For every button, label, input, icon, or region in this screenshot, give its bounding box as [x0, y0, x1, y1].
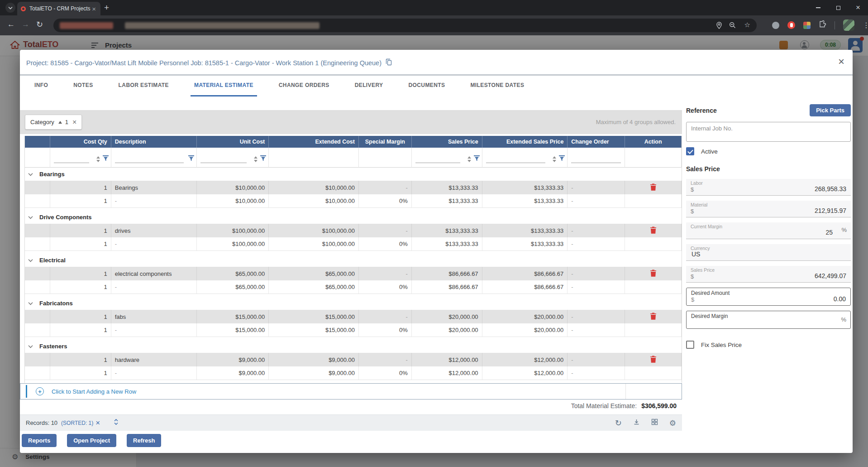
- tab-material-estimate[interactable]: MATERIAL ESTIMATE: [191, 75, 257, 96]
- location-pin-icon[interactable]: [716, 22, 722, 31]
- column-header-extended-cost[interactable]: Extended Cost: [269, 136, 359, 148]
- close-icon[interactable]: ×: [838, 56, 844, 67]
- filter-funnel-icon[interactable]: [103, 155, 109, 163]
- grid-settings-gear-icon[interactable]: ⚙: [669, 419, 676, 427]
- filter-funnel-icon[interactable]: [188, 155, 194, 163]
- filter-funnel-icon[interactable]: [559, 155, 565, 163]
- filter-funnel-icon[interactable]: [260, 155, 266, 163]
- chevron-down-icon[interactable]: [28, 213, 33, 221]
- cell-description[interactable]: -: [111, 366, 197, 380]
- cell-change_order[interactable]: -: [568, 366, 625, 380]
- internal-job-no-input[interactable]: Internal Job No.: [686, 122, 851, 142]
- cell-description[interactable]: -: [111, 194, 197, 207]
- cell-extended_cost[interactable]: $65,000.00: [269, 267, 359, 280]
- cell-qty[interactable]: 1: [50, 194, 111, 207]
- cell-extended_sales_price[interactable]: $133,333.33: [482, 224, 568, 237]
- cell-unit_cost[interactable]: $15,000.00: [197, 310, 269, 323]
- cell-unit_cost[interactable]: $65,000.00: [197, 280, 269, 294]
- cell-special_margin[interactable]: 0%: [359, 194, 412, 207]
- cell-action[interactable]: [625, 310, 682, 323]
- zoom-icon[interactable]: [729, 22, 736, 30]
- tab-milestone-dates[interactable]: MILESTONE DATES: [467, 75, 528, 96]
- address-bar[interactable]: ☆: [53, 19, 757, 32]
- column-header-extended-sales-price[interactable]: Extended Sales Price: [482, 136, 568, 148]
- window-minimize-icon[interactable]: [808, 0, 828, 15]
- cell-action[interactable]: [625, 353, 682, 366]
- cell-change_order[interactable]: -: [568, 224, 625, 237]
- cell-unit_cost[interactable]: $10,000.00: [197, 181, 269, 194]
- adblock-hand-icon[interactable]: [787, 21, 795, 29]
- cell-extended_cost[interactable]: $10,000.00: [269, 194, 359, 207]
- chevron-down-icon[interactable]: [28, 342, 33, 351]
- tab-change-orders[interactable]: CHANGE ORDERS: [275, 75, 333, 96]
- cell-special_margin[interactable]: 0%: [359, 323, 412, 337]
- column-header-unit-cost[interactable]: Unit Cost: [197, 136, 269, 148]
- cell-qty[interactable]: 1: [50, 323, 111, 337]
- cell-change_order[interactable]: -: [568, 181, 625, 194]
- column-header-description[interactable]: Description: [111, 136, 197, 148]
- filter-input-sales-price[interactable]: [415, 163, 460, 163]
- cell-sales_price[interactable]: $20,000.00: [412, 310, 482, 323]
- cell-extended_sales_price[interactable]: $86,666.67: [482, 267, 568, 280]
- cell-extended_cost[interactable]: $15,000.00: [269, 310, 359, 323]
- cell-sales_price[interactable]: $20,000.00: [412, 323, 482, 337]
- cell-description[interactable]: -: [111, 280, 197, 294]
- pick-parts-button[interactable]: Pick Parts: [810, 104, 851, 116]
- delete-trash-icon[interactable]: [650, 226, 656, 235]
- back-icon[interactable]: ←: [7, 20, 15, 29]
- extensions-puzzle-icon[interactable]: [819, 20, 826, 30]
- refresh-button[interactable]: Refresh: [127, 434, 161, 447]
- cell-qty[interactable]: 1: [50, 280, 111, 294]
- cell-extended_cost[interactable]: $10,000.00: [269, 181, 359, 194]
- clear-sort-icon[interactable]: ×: [95, 420, 100, 426]
- open-project-button[interactable]: Open Project: [67, 434, 116, 447]
- cell-unit_cost[interactable]: $100,000.00: [197, 224, 269, 237]
- cell-special_margin[interactable]: -: [359, 353, 412, 366]
- cell-special_margin[interactable]: -: [359, 310, 412, 323]
- cell-qty[interactable]: 1: [50, 267, 111, 280]
- cell-description[interactable]: -: [111, 237, 197, 250]
- sort-order-icon[interactable]: [114, 418, 119, 428]
- cell-description[interactable]: -: [111, 323, 197, 337]
- cell-extended_cost[interactable]: $65,000.00: [269, 280, 359, 294]
- field-desired-amount[interactable]: Desired Amount$0.00: [686, 288, 851, 306]
- column-header-special-margin[interactable]: Special Margin: [359, 136, 412, 148]
- filter-input-extended-sales-price[interactable]: [486, 163, 546, 163]
- filter-input-cost-qty[interactable]: [54, 163, 89, 163]
- cell-unit_cost[interactable]: $65,000.00: [197, 267, 269, 280]
- number-spinner-icon[interactable]: [96, 156, 100, 162]
- number-spinner-icon[interactable]: [254, 156, 258, 162]
- filter-input-description[interactable]: [115, 163, 184, 163]
- field-sales-price[interactable]: Sales Price$642,499.07: [686, 266, 851, 283]
- column-header-cost-qty[interactable]: Cost Qty: [50, 136, 111, 148]
- cell-action[interactable]: [625, 181, 682, 194]
- chevron-down-icon[interactable]: [28, 170, 33, 178]
- cell-sales_price[interactable]: $13,333.33: [412, 181, 482, 194]
- cell-qty[interactable]: 1: [50, 181, 111, 194]
- cell-extended_sales_price[interactable]: $13,333.33: [482, 181, 568, 194]
- delete-trash-icon[interactable]: [650, 356, 656, 364]
- cell-extended_sales_price[interactable]: $12,000.00: [482, 353, 568, 366]
- filter-input-unit-cost[interactable]: [200, 163, 247, 163]
- cell-unit_cost[interactable]: $9,000.00: [197, 366, 269, 380]
- cell-extended_sales_price[interactable]: $13,333.33: [482, 194, 568, 207]
- cell-sales_price[interactable]: $12,000.00: [412, 366, 482, 380]
- chevron-down-icon[interactable]: [28, 256, 33, 265]
- cell-sales_price[interactable]: $86,666.67: [412, 280, 482, 294]
- new-tab-button[interactable]: +: [104, 2, 109, 13]
- cell-qty[interactable]: 1: [50, 353, 111, 366]
- cell-extended_sales_price[interactable]: $20,000.00: [482, 310, 568, 323]
- cell-change_order[interactable]: -: [568, 237, 625, 250]
- column-header-action[interactable]: Action: [625, 136, 682, 148]
- field-current-margin[interactable]: Current Margin25%: [686, 222, 851, 239]
- cell-extended_sales_price[interactable]: $12,000.00: [482, 366, 568, 380]
- extension-icon[interactable]: [772, 22, 779, 29]
- cell-unit_cost[interactable]: $10,000.00: [197, 194, 269, 207]
- cell-action[interactable]: [625, 224, 682, 237]
- cell-special_margin[interactable]: 0%: [359, 366, 412, 380]
- field-material[interactable]: Material$212,915.97: [686, 201, 851, 217]
- tab-info[interactable]: INFO: [31, 75, 52, 96]
- download-icon[interactable]: [633, 419, 640, 427]
- cell-unit_cost[interactable]: $100,000.00: [197, 237, 269, 250]
- column-chooser-icon[interactable]: [651, 419, 658, 427]
